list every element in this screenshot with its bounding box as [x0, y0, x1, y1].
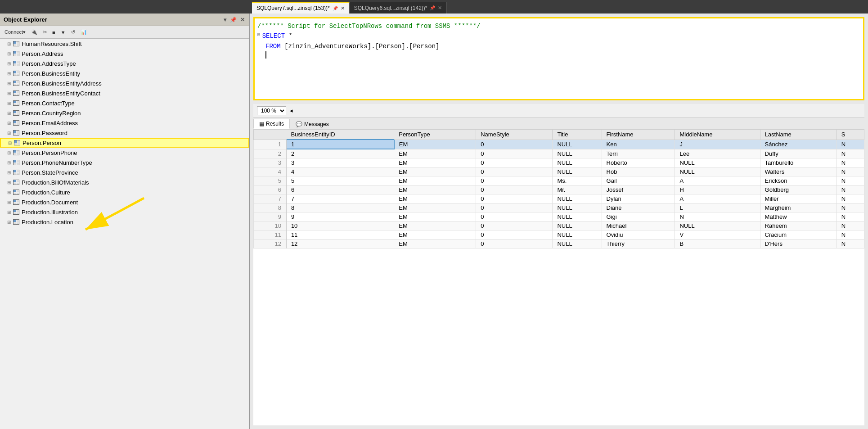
- tree-item-person-personphone[interactable]: ⊞ Person.PersonPhone: [0, 148, 249, 158]
- tab-close-icon[interactable]: ✕: [438, 5, 442, 11]
- col-fn[interactable]: FirstName: [602, 130, 675, 140]
- tree-item-humanresources-shift[interactable]: ⊞ HumanResources.Shift: [0, 39, 249, 49]
- cell-bid[interactable]: 2: [286, 149, 394, 158]
- tree-item-label: Person.ContactType: [22, 100, 75, 107]
- tree-item-person-countryregion[interactable]: ⊞ Person.CountryRegion: [0, 108, 249, 118]
- tab-pin-icon[interactable]: 📌: [333, 6, 338, 11]
- tree-item-person-contacttype[interactable]: ⊞ Person.ContactType: [0, 98, 249, 108]
- cell-ln: D'Hers: [760, 239, 837, 248]
- right-panel: /****** Script for SelectTopNRows comman…: [250, 14, 868, 429]
- table-icon: [14, 140, 20, 145]
- tree-item-person-person[interactable]: ⊞ Person.Person: [0, 138, 249, 148]
- row-number: 1: [254, 140, 286, 149]
- tree-item-production-illustration[interactable]: ⊞ Production.Illustration: [0, 207, 249, 217]
- table-row[interactable]: 3 3 EM 0 NULL Roberto NULL Tamburello N: [254, 158, 864, 167]
- filter-button[interactable]: ▼: [59, 29, 67, 36]
- tree-item-person-businessentity[interactable]: ⊞ Person.BusinessEntity: [0, 68, 249, 78]
- messages-tab-label: Messages: [304, 121, 329, 127]
- table-row[interactable]: 5 5 EM 0 Ms. Gail A Erickson N: [254, 176, 864, 185]
- cell-bid[interactable]: 3: [286, 158, 394, 167]
- tree-item-production-document[interactable]: ⊞ Production.Document: [0, 197, 249, 207]
- table-row[interactable]: 8 8 EM 0 NULL Diane L Margheim N: [254, 203, 864, 212]
- object-explorer-header: Object Explorer ▾ 📌 ✕: [0, 14, 249, 26]
- tree-item-label: Person.EmailAddress: [22, 120, 78, 126]
- disconnect-button[interactable]: ✂: [41, 28, 49, 36]
- object-explorer-title: Object Explorer: [4, 16, 47, 23]
- pin-icon[interactable]: ▾: [223, 16, 227, 24]
- tab-pin-icon[interactable]: 📌: [430, 5, 435, 10]
- col-bid[interactable]: BusinessEntityID: [286, 130, 394, 140]
- cell-bid[interactable]: 10: [286, 221, 394, 230]
- select-keyword: SELECT: [262, 31, 285, 41]
- cell-pt: EM: [394, 158, 476, 167]
- cell-s: N: [837, 140, 864, 149]
- cell-bid[interactable]: 6: [286, 185, 394, 194]
- stop-button[interactable]: ■: [50, 29, 57, 36]
- table-row[interactable]: 12 12 EM 0 NULL Thierry B D'Hers N: [254, 239, 864, 248]
- cell-ln: Walters: [760, 167, 837, 176]
- table-icon: [13, 219, 19, 225]
- cell-fn: Dylan: [602, 194, 675, 203]
- col-mn[interactable]: MiddleName: [675, 130, 760, 140]
- row-number: 5: [254, 176, 286, 185]
- sql-line-comment: /****** Script for SelectTopNRows comman…: [257, 21, 860, 31]
- table-row[interactable]: 11 11 EM 0 NULL Ovidiu V Cracium N: [254, 230, 864, 239]
- cell-bid[interactable]: 9: [286, 212, 394, 221]
- col-ns[interactable]: NameStyle: [476, 130, 553, 140]
- table-row[interactable]: 7 7 EM 0 NULL Dylan A Miller N: [254, 194, 864, 203]
- object-explorer-tree: ⊞ HumanResources.Shift ⊞ Person.Address …: [0, 39, 249, 429]
- cell-bid[interactable]: 5: [286, 176, 394, 185]
- col-title[interactable]: Title: [553, 130, 602, 140]
- tree-item-person-stateprovince[interactable]: ⊞ Person.StateProvince: [0, 167, 249, 177]
- table-row[interactable]: 2 2 EM 0 NULL Terri Lee Duffy N: [254, 149, 864, 158]
- table-row[interactable]: 9 9 EM 0 NULL Gigi N Matthew N: [254, 212, 864, 221]
- cell-s: N: [837, 176, 864, 185]
- table-row[interactable]: 10 10 EM 0 NULL Michael NULL Raheem N: [254, 221, 864, 230]
- cell-bid[interactable]: 8: [286, 203, 394, 212]
- cell-ln: Miller: [760, 194, 837, 203]
- cell-bid[interactable]: 7: [286, 194, 394, 203]
- cell-bid[interactable]: 4: [286, 167, 394, 176]
- cell-bid[interactable]: 12: [286, 239, 394, 248]
- tree-item-person-phonenumbertype[interactable]: ⊞ Person.PhoneNumberType: [0, 158, 249, 167]
- tree-item-person-businessentityaddress[interactable]: ⊞ Person.BusinessEntityAddress: [0, 78, 249, 88]
- results-grid-icon: ▦: [259, 121, 264, 127]
- table-row[interactable]: 1 1 EM 0 NULL Ken J Sánchez N: [254, 140, 864, 149]
- tree-item-label: Person.BusinessEntity: [22, 70, 80, 77]
- close-icon[interactable]: ✕: [239, 16, 246, 24]
- from-keyword: FROM: [265, 41, 281, 51]
- table-row[interactable]: 6 6 EM 0 Mr. Jossef H Goldberg N: [254, 185, 864, 194]
- col-pt[interactable]: PersonType: [394, 130, 476, 140]
- tree-item-production-culture[interactable]: ⊞ Production.Culture: [0, 187, 249, 197]
- tab-tab1[interactable]: SQLQuery7.sql...zinsql (153))* 📌 ✕: [252, 2, 350, 14]
- connect-button[interactable]: Connect▾: [3, 28, 27, 36]
- tab-label: SQLQuery7.sql...zinsql (153))*: [256, 5, 330, 11]
- tree-item-production-location[interactable]: ⊞ Production.Location: [0, 217, 249, 227]
- collapse-icon[interactable]: ⊟: [257, 31, 261, 39]
- tree-item-production-billofmaterials[interactable]: ⊞ Production.BillOfMaterials: [0, 177, 249, 187]
- pin2-icon[interactable]: 📌: [229, 16, 238, 24]
- refresh-button[interactable]: ↺: [69, 28, 77, 36]
- tab-results[interactable]: ▦ Results: [253, 119, 290, 129]
- cell-pt: EM: [394, 221, 476, 230]
- tab-close-icon[interactable]: ✕: [341, 5, 345, 11]
- tree-item-person-addresstype[interactable]: ⊞ Person.AddressType: [0, 59, 249, 68]
- tree-item-person-password[interactable]: ⊞ Person.Password: [0, 128, 249, 138]
- scroll-left-icon[interactable]: ◂: [290, 107, 293, 114]
- tree-item-person-businessentitycontact[interactable]: ⊞ Person.BusinessEntityContact: [0, 88, 249, 98]
- sql-editor[interactable]: /****** Script for SelectTopNRows comman…: [253, 17, 864, 100]
- tab-messages[interactable]: 💬 Messages: [290, 119, 335, 129]
- cell-bid[interactable]: 11: [286, 230, 394, 239]
- tab-tab2[interactable]: SQLQuery6.sql...zinsql (142))* 📌 ✕: [350, 2, 447, 14]
- summary-button[interactable]: 📊: [79, 28, 89, 36]
- cell-bid[interactable]: 1: [286, 140, 394, 149]
- col-ln[interactable]: LastName: [760, 130, 837, 140]
- tree-item-person-address[interactable]: ⊞ Person.Address: [0, 49, 249, 59]
- cell-title: NULL: [553, 167, 602, 176]
- tree-item-person-emailaddress[interactable]: ⊞ Person.EmailAddress: [0, 118, 249, 128]
- object-explorer-toolbar: Connect▾ 🔌 ✂ ■ ▼ ↺ 📊: [0, 26, 249, 39]
- col-s[interactable]: S: [837, 130, 864, 140]
- zoom-select[interactable]: 100 % 75 % 150 %: [257, 106, 286, 115]
- add-server-button[interactable]: 🔌: [29, 28, 39, 36]
- table-row[interactable]: 4 4 EM 0 NULL Rob NULL Walters N: [254, 167, 864, 176]
